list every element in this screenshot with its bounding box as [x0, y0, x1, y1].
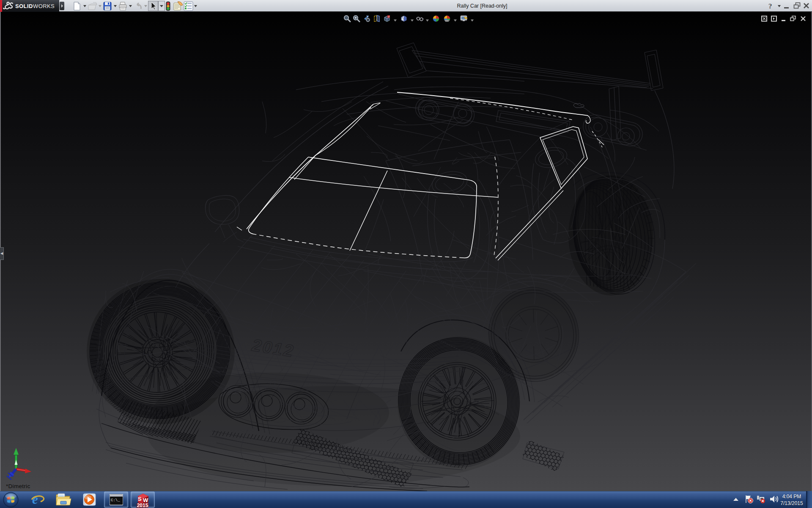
svg-text:C:\_: C:\_ [111, 498, 120, 502]
svg-text:WORKS: WORKS [33, 3, 55, 9]
svg-text:SOLID: SOLID [15, 3, 33, 9]
svg-text:S: S [138, 496, 142, 502]
svg-text:2012: 2012 [250, 335, 296, 360]
svg-text:2015: 2015 [137, 502, 148, 508]
svg-text:?: ? [768, 2, 772, 10]
svg-text:e: e [32, 492, 38, 507]
